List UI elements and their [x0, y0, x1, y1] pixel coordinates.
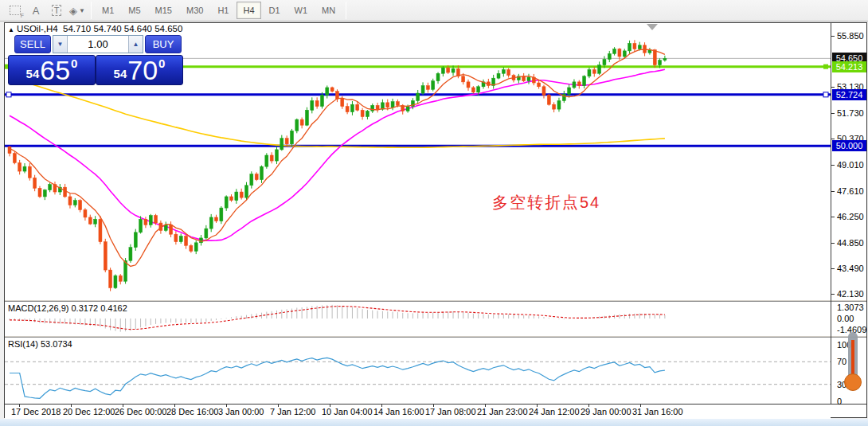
- tf-button-h1[interactable]: H1: [211, 2, 235, 19]
- price-tick-label: 55.850: [837, 31, 864, 41]
- toolbar-separator: [91, 2, 92, 19]
- time-tick-label: 20 Dec 12:00: [63, 407, 115, 416]
- status-bar: [0, 419, 868, 426]
- price-tick: [831, 36, 835, 37]
- level-badge: 52.724: [832, 89, 866, 100]
- sell-button[interactable]: SELL: [14, 35, 51, 53]
- time-tick-label: 29 Jan 00:00: [581, 407, 631, 416]
- price-tick-label: 46.250: [837, 212, 864, 221]
- text-label-icon[interactable]: A: [26, 2, 45, 19]
- sell-price-button[interactable]: 54 65 0: [8, 55, 96, 85]
- volume-decrease-button[interactable]: ▼: [53, 36, 68, 53]
- tf-button-w1[interactable]: W1: [288, 2, 315, 19]
- price-tick-label: 49.010: [837, 160, 864, 170]
- tf-button-m15[interactable]: M15: [149, 2, 178, 19]
- symbol-timeframe: USOil-,H4: [17, 24, 58, 33]
- toolbar-separator: [346, 2, 346, 19]
- price-tick-label: 42.130: [837, 289, 864, 299]
- time-tick-label: 10 Jan 04:00: [322, 407, 373, 416]
- rsi-value: 53.0734: [41, 339, 72, 349]
- buy-button[interactable]: BUY: [145, 35, 182, 53]
- macd-values: 0.3172 0.4162: [71, 303, 127, 313]
- time-tick-label: 24 Jan 12:00: [529, 407, 580, 416]
- toolbar: A T ◈▼ M1 M5 M15 M30 H1 H4 D1 W1 MN: [0, 0, 868, 21]
- shapes-icon[interactable]: ◈▼: [68, 2, 87, 19]
- chart-annotation-text: 多空转折点54: [492, 192, 600, 213]
- volume-input[interactable]: 1.00: [68, 36, 128, 53]
- volume-increase-button[interactable]: ▲: [128, 36, 143, 53]
- tf-button-m5[interactable]: M5: [122, 2, 147, 19]
- time-tick-label: 31 Jan 16:00: [632, 407, 683, 416]
- sell-price-point: 0: [71, 57, 77, 70]
- time-tick-label: 17 Jan 08:00: [425, 407, 476, 416]
- price-tick-label: 47.610: [837, 186, 864, 196]
- price-tick-label: 51.730: [837, 108, 864, 118]
- tf-button-d1[interactable]: D1: [263, 2, 287, 19]
- price-tick-label: 43.490: [837, 264, 864, 273]
- time-tick-label: 28 Dec 16:00: [166, 407, 218, 416]
- macd-chart: [5, 302, 831, 335]
- buy-price-whole: 54: [114, 67, 127, 80]
- one-click-trading-widget: SELL ▼ 1.00 ▲ BUY 54 65 0 54 70 0: [6, 35, 183, 85]
- buy-price-pips: 70: [127, 57, 158, 83]
- tf-button-m1[interactable]: M1: [96, 2, 120, 19]
- sell-price-pips: 65: [40, 57, 70, 83]
- tf-button-mn[interactable]: MN: [315, 2, 342, 19]
- time-axis[interactable]: 17 Dec 201820 Dec 12:0026 Dec 00:0028 De…: [5, 405, 831, 419]
- crosshair-grid-icon[interactable]: [6, 2, 25, 19]
- price-tick: [831, 268, 835, 269]
- tf-button-h4-active[interactable]: H4: [237, 2, 260, 19]
- time-tick-label: 3 Jan 00:00: [218, 407, 264, 416]
- time-tick-label: 17 Dec 2018: [11, 407, 61, 416]
- text-box-icon[interactable]: T: [47, 2, 66, 19]
- sell-price-whole: 54: [26, 67, 40, 80]
- rsi-chart: [5, 338, 831, 404]
- time-tick-label: 7 Jan 12:00: [270, 407, 316, 416]
- level-badge: 50.000: [832, 140, 866, 151]
- macd-label: MACD(12,26,9) 0.3172 0.4162: [8, 303, 127, 313]
- volume-spinner: ▼ 1.00 ▲: [53, 35, 143, 53]
- thermometer-widget-icon[interactable]: [841, 332, 865, 393]
- price-tick: [831, 217, 835, 217]
- time-tick-label: 14 Jan 16:00: [373, 407, 424, 416]
- rsi-label: RSI(14) 53.0734: [8, 339, 72, 349]
- buy-price-button[interactable]: 54 70 0: [96, 55, 183, 85]
- price-tick: [831, 87, 835, 88]
- tf-button-m30[interactable]: M30: [180, 2, 209, 19]
- price-tick: [831, 243, 835, 244]
- chart-window: ▲USOil-,H4 54.710 54.740 54.640 54.650 S…: [4, 22, 867, 418]
- chevron-down-icon: ▼: [79, 7, 85, 14]
- level-badge: 54.213: [832, 61, 866, 72]
- price-tick: [831, 113, 835, 114]
- chart-title: ▲USOil-,H4 54.710 54.740 54.640 54.650: [8, 24, 182, 33]
- time-tick-label: 21 Jan 23:00: [477, 407, 528, 416]
- price-tick: [831, 165, 835, 166]
- macd-scale-label: 1.3073: [837, 303, 864, 312]
- macd-scale-label: 0.00: [837, 314, 854, 323]
- price-tick-label: 44.850: [837, 238, 864, 248]
- rsi-scale-label: 0: [837, 397, 842, 406]
- collapse-triangle-icon[interactable]: ▲: [8, 26, 14, 33]
- ohlc-values: 54.710 54.740 54.640 54.650: [63, 24, 182, 33]
- price-tick: [831, 191, 835, 192]
- time-tick-label: 26 Dec 00:00: [115, 407, 166, 416]
- buy-price-point: 0: [158, 57, 165, 70]
- price-tick: [831, 294, 835, 295]
